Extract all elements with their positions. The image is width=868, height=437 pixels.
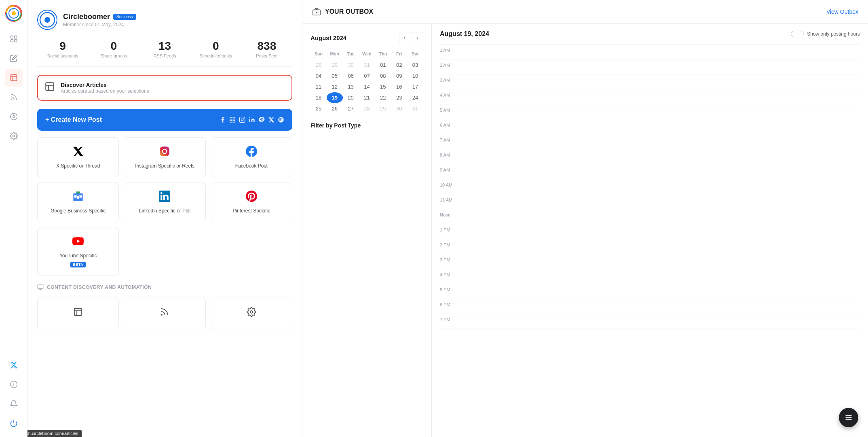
calendar-day[interactable]: 16 [391,81,407,92]
profile-name: Circleboomer Business [63,13,136,21]
calendar-prev-button[interactable]: ‹ [399,32,410,43]
chat-fab-button[interactable] [839,408,858,427]
time-slot[interactable] [461,134,860,149]
calendar-day[interactable]: 11 [310,81,327,92]
post-type-pinterest[interactable]: Pinterest Specific [211,182,292,222]
calendar-day[interactable]: 20 [343,92,359,103]
sidebar-item-settings[interactable] [5,127,23,145]
calendar-day[interactable]: 23 [391,92,407,103]
calendar-day[interactable]: 18 [310,92,327,103]
discovery-rss[interactable] [124,297,205,329]
time-slot[interactable] [461,194,860,209]
svg-rect-38 [77,196,79,199]
calendar-day[interactable]: 05 [327,70,343,81]
calendar-header: August 2024 ‹ › [310,32,423,43]
calendar-day[interactable]: 26 [327,103,343,114]
show-hours-toggle[interactable] [791,31,804,37]
calendar-day[interactable]: 07 [359,70,375,81]
discovery-automation[interactable] [211,297,292,329]
time-slot[interactable] [461,119,860,134]
time-label: 11 AM [440,194,461,206]
show-hours-label[interactable]: Show only posting hours [791,31,860,37]
calendar-day[interactable]: 25 [310,103,327,114]
post-type-youtube[interactable]: YouTube Specific BETA [37,227,119,276]
calendar-day[interactable]: 28 [359,103,375,114]
time-slot[interactable] [461,149,860,164]
calendar-day[interactable]: 14 [359,81,375,92]
sidebar-item-twitter[interactable] [5,356,23,374]
calendar-day[interactable]: 21 [359,92,375,103]
svg-rect-27 [233,120,235,122]
time-slot[interactable] [461,179,860,194]
calendar-day[interactable]: 30 [343,59,359,70]
calendar-day[interactable]: 19 [327,92,343,103]
time-label: 3 PM [440,254,461,265]
time-slot[interactable] [461,224,860,239]
calendar-day[interactable]: 28 [310,59,327,70]
calendar-day[interactable]: 29 [375,103,391,114]
time-label: Noon [440,209,461,221]
time-label: 1 AM [440,45,461,56]
discover-articles-box[interactable]: Discover Articles Articles curated based… [37,75,292,101]
sidebar-item-info[interactable] [5,375,23,393]
calendar-next-button[interactable]: › [412,32,423,43]
post-type-facebook[interactable]: Facebook Post [211,137,292,177]
calendar-day[interactable]: 29 [327,59,343,70]
post-type-instagram[interactable]: Instagram Specific or Reels [124,137,205,177]
calendar-day[interactable]: 15 [375,81,391,92]
time-slot[interactable] [461,104,860,119]
calendar-day[interactable]: 09 [391,70,407,81]
calendar-day[interactable]: 12 [327,81,343,92]
calendar-day[interactable]: 01 [375,59,391,70]
time-slot[interactable] [461,74,860,89]
time-slots-container: 1 AM2 AM3 AM4 AM5 AM6 AM7 AM8 AM9 AM10 A… [440,45,860,329]
time-slot[interactable] [461,254,860,269]
sidebar-item-power[interactable] [5,414,23,432]
calendar-day[interactable]: 04 [310,70,327,81]
outbox-body: August 2024 ‹ › Sun Mon Tue Wed Thu [302,24,868,437]
profile-header: Circleboomer Business Member since 01 Ma… [37,10,292,30]
post-type-google[interactable]: Google Business Specific [37,182,119,222]
selected-date: August 19, 2024 [440,30,489,38]
calendar-day[interactable]: 08 [375,70,391,81]
view-outbox-link[interactable]: View Outbox [826,8,858,15]
calendar-day[interactable]: 10 [407,70,423,81]
right-panel: YOUR OUTBOX View Outbox August 2024 ‹ › [302,0,868,437]
time-slot[interactable] [461,59,860,74]
discovery-articles[interactable] [37,297,119,329]
calendar-day[interactable]: 27 [343,103,359,114]
calendar-day[interactable]: 30 [391,103,407,114]
stat-value-rss: 13 [139,40,190,53]
sidebar-item-rss[interactable] [5,88,23,106]
calendar-day[interactable]: 31 [359,59,375,70]
x-icon [72,146,84,160]
calendar-day[interactable]: 24 [407,92,423,103]
post-type-x[interactable]: X Specific or Thread [37,137,119,177]
calendar-day[interactable]: 31 [407,103,423,114]
calendar-day[interactable]: 06 [343,70,359,81]
calendar-day[interactable]: 22 [375,92,391,103]
time-slot[interactable] [461,209,860,224]
sidebar-item-compose[interactable] [5,49,23,67]
time-slot[interactable] [461,269,860,284]
calendar-day[interactable]: 02 [391,59,407,70]
sidebar-item-notifications[interactable] [5,395,23,413]
calendar-day[interactable]: 03 [407,59,423,70]
calendar-panel: August 2024 ‹ › Sun Mon Tue Wed Thu [302,24,432,437]
time-slot[interactable] [461,299,860,314]
sidebar-item-discover[interactable] [5,69,23,87]
time-slot[interactable] [461,284,860,299]
time-slot[interactable] [461,314,860,329]
app-logo[interactable] [5,5,22,22]
time-slot[interactable] [461,89,860,104]
time-slot[interactable] [461,45,860,59]
calendar-day[interactable]: 13 [343,81,359,92]
sidebar-item-analytics[interactable] [5,108,23,125]
calendar-day[interactable]: 17 [407,81,423,92]
sidebar-item-dashboard[interactable] [5,30,23,48]
time-slot[interactable] [461,164,860,179]
create-post-button[interactable]: + Create New Post [37,109,292,131]
time-label: 5 AM [440,104,461,116]
time-slot[interactable] [461,239,860,254]
post-type-linkedin[interactable]: Linkedin Specific or Poll [124,182,205,222]
